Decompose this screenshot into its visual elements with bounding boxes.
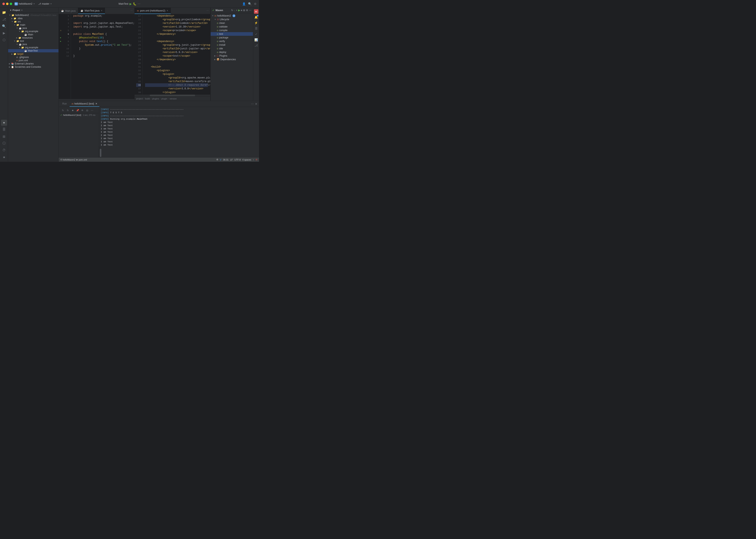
tree-item-pom[interactable]: m pom.xml: [8, 59, 58, 62]
maven-dependencies[interactable]: ▶ 📦 Dependencies: [211, 58, 253, 61]
repo-status[interactable]: ⊙ helloMaven2: [60, 158, 75, 161]
tree-item-org-example-test[interactable]: ▼ 📁 org.example: [8, 46, 58, 49]
settings-icon[interactable]: ⚙: [254, 2, 256, 5]
tab-main-java[interactable]: ☕ Main.java: [59, 8, 78, 14]
database-icon[interactable]: 🗄: [1, 126, 7, 133]
tree-item-main[interactable]: ▼ 📁 main: [8, 23, 58, 27]
maven-project[interactable]: ▼ m helloMaven2 2: [211, 14, 253, 18]
tree-item-ext-libs[interactable]: ▶ 📚 External Libraries: [8, 62, 58, 65]
tree-view-icon[interactable]: ⊞: [243, 9, 245, 12]
settings-status-icon[interactable]: ⚙: [216, 158, 218, 161]
close-bottom-tab-icon[interactable]: ✕: [95, 102, 97, 105]
rerun-icon[interactable]: ↻: [61, 109, 65, 112]
search-activity-icon[interactable]: 🔍: [1, 23, 7, 29]
terminal-icon[interactable]: ⊞: [1, 133, 7, 139]
stop-icon[interactable]: ■: [241, 9, 242, 12]
notification-icon[interactable]: 🔔: [254, 15, 258, 19]
tab-run[interactable]: Run: [60, 101, 69, 107]
indent[interactable]: 4 spaces: [242, 159, 251, 161]
more-button[interactable]: ⋯: [138, 2, 141, 5]
debug-button[interactable]: 🐛: [133, 2, 137, 5]
maven-lifecycle[interactable]: ▼ ⊙ Lifecycle: [211, 18, 253, 21]
tree-item-idea[interactable]: ▶ 📁 .idea: [8, 17, 58, 20]
bookmark-icon[interactable]: ★: [1, 154, 7, 160]
tree-item-test[interactable]: ▼ 📁 test: [8, 39, 58, 43]
tab-pom-xml[interactable]: m pom.xml (helloMaven2) ✕: [135, 8, 171, 14]
maven-phase-site[interactable]: ⊙ site: [211, 47, 253, 50]
stop-run-icon[interactable]: ■: [71, 109, 74, 112]
code-lines-left[interactable]: package org.example; import org.junit.ju…: [71, 14, 135, 99]
ai-icon[interactable]: ✦: [1, 120, 7, 126]
add-icon[interactable]: +: [236, 9, 237, 12]
project-title[interactable]: hm helloMaven2 ▼: [15, 2, 35, 5]
tree-item-MainTest[interactable]: ☕ MainTest: [8, 49, 58, 52]
pin-icon[interactable]: 📌: [76, 109, 79, 112]
maximize-button[interactable]: [10, 3, 12, 5]
more-bottom-icon[interactable]: ⋯: [251, 102, 254, 106]
gradle-icon[interactable]: ⚡: [254, 21, 258, 25]
maven-phase-compile[interactable]: ⊙ compile: [211, 29, 253, 32]
scrollbar-thumb[interactable]: [150, 95, 195, 96]
person-icon[interactable]: 👤: [242, 2, 246, 5]
refresh-icon[interactable]: ↻: [231, 9, 233, 12]
charset[interactable]: UTF-8: [234, 159, 240, 161]
tab-overflow-right-button[interactable]: ⋯: [205, 10, 210, 12]
tree-item-java-main[interactable]: ▼ ☕ java: [8, 27, 58, 30]
rerun-failed-icon[interactable]: ↻: [66, 109, 70, 112]
tree-item-org-example-main[interactable]: ▼ 📁 org.example: [8, 30, 58, 33]
run-maven-icon[interactable]: ▶: [238, 9, 240, 12]
run-output[interactable]: [INFO] ---------------------------------…: [99, 107, 259, 146]
close-button[interactable]: [2, 3, 5, 5]
plugin-icon[interactable]: ⬡: [1, 37, 7, 43]
tree-item-scratches[interactable]: ▶ 📋 Scratches and Consoles: [8, 65, 58, 69]
more-run-icon[interactable]: ⋯: [90, 109, 94, 112]
maven-phase-clean[interactable]: ⊙ clean: [211, 21, 253, 25]
tree-item-target[interactable]: ▶ 📁 target: [8, 52, 58, 56]
git-push-icon[interactable]: ↑: [253, 159, 254, 161]
folder-icon[interactable]: 📁: [1, 9, 7, 15]
database-right-icon[interactable]: 🗄: [254, 26, 258, 31]
close-tab-icon[interactable]: ✕: [101, 10, 102, 12]
line-ending[interactable]: LF: [230, 159, 233, 161]
tree-item-resources[interactable]: ▶ 📁 resources: [8, 36, 58, 39]
output-scrollbar[interactable]: [99, 146, 102, 157]
maven-phase-validate[interactable]: ⊙ validate: [211, 25, 253, 29]
tree-item-Main[interactable]: ☕ Main: [8, 33, 58, 36]
code-lines-right[interactable]: <dependency> <groupId>org.projectlombok<…: [142, 14, 210, 95]
maven-phase-verify[interactable]: ⊙ verify: [211, 39, 253, 43]
git-icon[interactable]: ⎇: [1, 16, 7, 22]
branch-label[interactable]: ⎇ master ▼: [38, 2, 52, 5]
tree-item-src[interactable]: ▼ 📁 src: [8, 20, 58, 23]
maven-phase-package[interactable]: ⊙ package: [211, 36, 253, 39]
maven-phase-install[interactable]: ⊙ install: [211, 43, 253, 47]
todo-icon[interactable]: ✓: [254, 32, 258, 37]
maven-phase-test[interactable]: ⊙ test: [211, 32, 253, 36]
maven-plugins[interactable]: ▶ ⬡ Plugins: [211, 54, 253, 58]
settings-maven-icon[interactable]: ⚙: [246, 9, 248, 12]
run-button[interactable]: ▶: [130, 2, 132, 5]
profiler-icon[interactable]: 📊: [254, 38, 258, 42]
maven-phase-deploy[interactable]: ⊙ deploy: [211, 50, 253, 54]
cursor-position[interactable]: 36:31: [223, 159, 229, 161]
run-gutter-icon[interactable]: ▶: [60, 36, 61, 39]
minimize-button[interactable]: [6, 3, 9, 5]
filter-icon[interactable]: ⊟: [85, 109, 89, 112]
close-panel-icon[interactable]: ✕: [255, 102, 257, 106]
close-tab-icon2[interactable]: ✕: [166, 10, 168, 12]
window-controls[interactable]: [2, 3, 12, 5]
tab-overflow-button[interactable]: ⋯: [129, 10, 135, 12]
search-icon[interactable]: 🔍: [248, 2, 251, 5]
scrollbar-thumb2[interactable]: [100, 149, 101, 157]
tab-helloMaven-test[interactable]: m helloMaven2 [test] ✕: [70, 101, 99, 107]
tree-item-java-test[interactable]: ▼ ☕ java: [8, 43, 58, 46]
tree-item-gitignore[interactable]: ⊘ .gitignore: [8, 56, 58, 59]
vcs-icon[interactable]: V: [220, 159, 221, 161]
file-status[interactable]: ▶ pom.xml: [76, 159, 87, 161]
info-icon[interactable]: ⓘ: [1, 140, 7, 146]
clock-icon[interactable]: ⏱: [1, 147, 7, 153]
error-status[interactable]: ⊘: [255, 158, 257, 161]
git-right-icon[interactable]: ⎇: [254, 43, 258, 48]
run-gutter-icon2[interactable]: ▶: [60, 39, 61, 43]
download-icon[interactable]: ↓: [234, 9, 235, 12]
tab-maintest-java[interactable]: ☕ MainTest.java ✕: [78, 8, 105, 14]
